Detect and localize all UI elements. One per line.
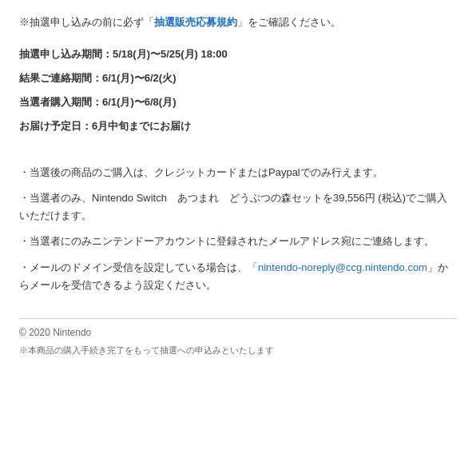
winner-purchase-label: 当選者購入期間： <box>19 96 102 108</box>
application-period-value: 5/18(月)〜5/25(月) 18:00 <box>113 48 228 60</box>
note-2-text: ・当選者のみ、Nintendo Switch あつまれ どうぶつの森セットを39… <box>19 192 447 221</box>
notes-section: ・当選後の商品のご購入は、クレジットカードまたはPaypalでのみ行えます。 ・… <box>19 164 457 294</box>
top-notice-suffix: 」をご確認ください。 <box>237 16 341 28</box>
footer-note: ※本商品の購入手続き完了をもって抽選への申込みといたします <box>19 344 457 356</box>
result-period: 結果ご連絡期間：6/1(月)〜6/2(火) <box>19 70 457 87</box>
nintendo-email-link[interactable]: nintendo-noreply@ccg.nintendo.com <box>258 261 427 273</box>
schedule-section: 抽選申し込み期間：5/18(月)〜5/25(月) 18:00 結果ご連絡期間：6… <box>19 46 457 135</box>
winner-purchase-period: 当選者購入期間：6/1(月)〜6/8(月) <box>19 94 457 111</box>
note-3: ・当選者にのみニンテンドーアカウントに登録されたメールアドレス宛にご連絡します。 <box>19 233 457 250</box>
result-period-value: 6/1(月)〜6/2(火) <box>102 72 176 84</box>
result-period-label: 結果ご連絡期間： <box>19 72 102 84</box>
winner-purchase-value: 6/1(月)〜6/8(月) <box>102 96 176 108</box>
top-notice-prefix: ※抽選申し込みの前に必ず「 <box>19 16 154 28</box>
application-period: 抽選申し込み期間：5/18(月)〜5/25(月) 18:00 <box>19 46 457 63</box>
application-period-label: 抽選申し込み期間： <box>19 48 113 60</box>
top-notice: ※抽選申し込みの前に必ず「抽選販売応募規約」をご確認ください。 <box>19 14 457 31</box>
note-1-text: ・当選後の商品のご購入は、クレジットカードまたはPaypalでのみ行えます。 <box>19 166 383 178</box>
delivery-value: 6月中旬までにお届け <box>92 120 191 132</box>
note-3-text: ・当選者にのみニンテンドーアカウントに登録されたメールアドレス宛にご連絡します。 <box>19 235 434 247</box>
note-2: ・当選者のみ、Nintendo Switch あつまれ どうぶつの森セットを39… <box>19 189 457 225</box>
footer-section: © 2020 Nintendo ※本商品の購入手続き完了をもって抽選への申込みと… <box>19 318 457 356</box>
note-4-prefix: ・メールのドメイン受信を設定している場合は、「 <box>19 261 258 273</box>
note-1: ・当選後の商品のご購入は、クレジットカードまたはPaypalでのみ行えます。 <box>19 164 457 181</box>
copyright: © 2020 Nintendo <box>19 327 457 338</box>
page-container: ※抽選申し込みの前に必ず「抽選販売応募規約」をご確認ください。 抽選申し込み期間… <box>0 0 476 366</box>
lottery-rules-link[interactable]: 抽選販売応募規約 <box>154 16 237 28</box>
delivery-label: お届け予定日： <box>19 120 92 132</box>
note-4: ・メールのドメイン受信を設定している場合は、「nintendo-noreply@… <box>19 259 457 294</box>
delivery-date: お届け予定日：6月中旬までにお届け <box>19 117 457 135</box>
